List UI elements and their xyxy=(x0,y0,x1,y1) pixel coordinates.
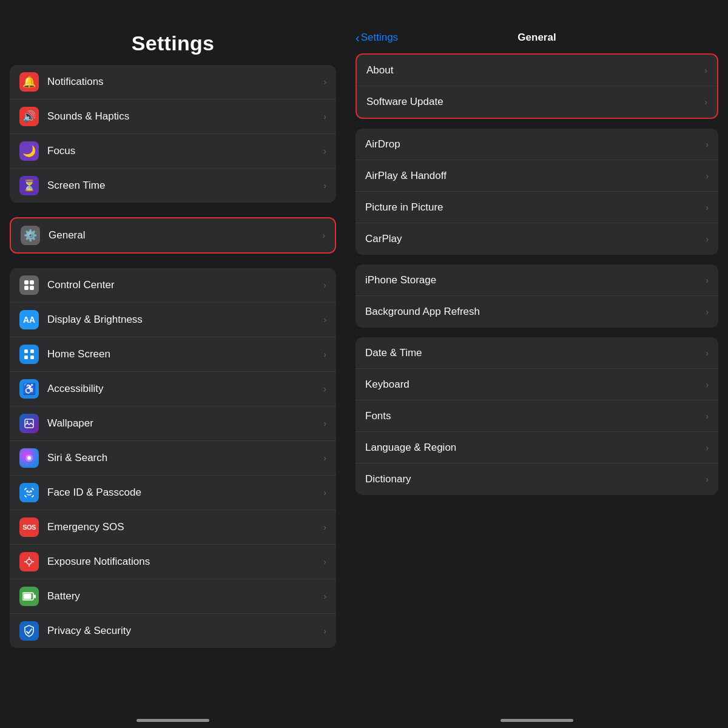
settings-item-controlcenter[interactable]: Control Center › xyxy=(10,268,336,303)
settings-item-sounds[interactable]: 🔊 Sounds & Haptics › xyxy=(10,99,336,134)
right-scroll-area: About › Software Update › AirDrop › AirP… xyxy=(346,53,728,728)
left-phone-panel: Settings 🔔 Notifications › 🔊 Sounds & Ha… xyxy=(0,0,346,728)
languageregion-label: Language & Region xyxy=(365,442,703,454)
exposure-chevron: › xyxy=(323,557,326,567)
home-indicator-right xyxy=(500,719,573,722)
settings-item-exposure[interactable]: Exposure Notifications › xyxy=(10,545,336,579)
settings-item-airdrop[interactable]: AirDrop › xyxy=(356,129,718,160)
settings-item-notifications[interactable]: 🔔 Notifications › xyxy=(10,65,336,99)
display-icon: AA xyxy=(19,310,39,329)
carplay-label: CarPlay xyxy=(365,233,703,245)
keyboard-chevron: › xyxy=(706,380,709,389)
exposure-icon xyxy=(19,552,39,571)
svg-rect-5 xyxy=(30,349,34,353)
svg-point-13 xyxy=(30,491,32,492)
fonts-label: Fonts xyxy=(365,410,703,422)
languageregion-chevron: › xyxy=(706,443,709,453)
general-icon: ⚙️ xyxy=(21,226,40,245)
wallpaper-icon xyxy=(19,414,39,433)
settings-item-fonts[interactable]: Fonts › xyxy=(356,400,718,432)
svg-point-11 xyxy=(27,456,31,460)
settings-item-siri[interactable]: Siri & Search › xyxy=(10,441,336,476)
svg-rect-3 xyxy=(30,286,34,290)
emergencysos-label: Emergency SOS xyxy=(47,521,321,533)
settings-group-1: 🔔 Notifications › 🔊 Sounds & Haptics › 🌙… xyxy=(10,65,336,203)
settings-item-wallpaper[interactable]: Wallpaper › xyxy=(10,406,336,441)
notifications-chevron: › xyxy=(323,77,326,87)
settings-item-languageregion[interactable]: Language & Region › xyxy=(356,432,718,463)
accessibility-label: Accessibility xyxy=(47,383,321,395)
general-title: General xyxy=(358,32,716,44)
settings-item-pictureinpicture[interactable]: Picture in Picture › xyxy=(356,192,718,223)
sounds-chevron: › xyxy=(323,112,326,121)
softwareupdate-chevron: › xyxy=(704,97,707,107)
settings-item-focus[interactable]: 🌙 Focus › xyxy=(10,134,336,169)
settings-item-emergencysos[interactable]: SOS Emergency SOS › xyxy=(10,510,336,545)
back-button[interactable]: ‹ Settings xyxy=(356,31,398,45)
settings-item-homescreen[interactable]: Home Screen › xyxy=(10,337,336,372)
display-chevron: › xyxy=(323,315,326,325)
settings-item-battery[interactable]: Battery › xyxy=(10,579,336,614)
svg-rect-6 xyxy=(24,356,28,359)
about-chevron: › xyxy=(704,66,707,75)
settings-item-general[interactable]: ⚙️ General › xyxy=(11,218,335,252)
controlcenter-chevron: › xyxy=(323,280,326,290)
right-group-2: AirDrop › AirPlay & Handoff › Picture in… xyxy=(356,129,718,255)
settings-item-carplay[interactable]: CarPlay › xyxy=(356,223,718,255)
settings-item-keyboard[interactable]: Keyboard › xyxy=(356,369,718,400)
settings-item-airplay[interactable]: AirPlay & Handoff › xyxy=(356,160,718,192)
siri-chevron: › xyxy=(323,453,326,463)
controlcenter-label: Control Center xyxy=(47,279,321,291)
emergencysos-chevron: › xyxy=(323,522,326,532)
settings-item-display[interactable]: AA Display & Brightness › xyxy=(10,303,336,337)
backgroundapprefresh-chevron: › xyxy=(706,307,709,317)
airplay-chevron: › xyxy=(706,171,709,181)
datetime-label: Date & Time xyxy=(365,347,703,359)
wallpaper-chevron: › xyxy=(323,419,326,428)
airdrop-chevron: › xyxy=(706,140,709,149)
faceid-chevron: › xyxy=(323,488,326,497)
sounds-icon: 🔊 xyxy=(19,107,39,126)
wallpaper-label: Wallpaper xyxy=(47,417,321,430)
battery-icon xyxy=(19,587,39,606)
iphonestorage-label: iPhone Storage xyxy=(365,274,703,286)
settings-item-datetime[interactable]: Date & Time › xyxy=(356,337,718,369)
pictureinpicture-chevron: › xyxy=(706,203,709,212)
back-chevron-icon: ‹ xyxy=(356,31,360,45)
settings-item-backgroundapprefresh[interactable]: Background App Refresh › xyxy=(356,296,718,328)
siri-label: Siri & Search xyxy=(47,452,321,464)
right-group-3: iPhone Storage › Background App Refresh … xyxy=(356,265,718,328)
settings-item-about[interactable]: About › xyxy=(357,55,717,86)
settings-title: Settings xyxy=(132,32,215,55)
settings-item-screentime[interactable]: ⏳ Screen Time › xyxy=(10,169,336,203)
focus-chevron: › xyxy=(323,146,326,156)
exposure-label: Exposure Notifications xyxy=(47,556,321,568)
settings-item-faceid[interactable]: Face ID & Passcode › xyxy=(10,476,336,510)
settings-item-privacy[interactable]: Privacy & Security › xyxy=(10,614,336,648)
screentime-chevron: › xyxy=(323,181,326,190)
svg-rect-1 xyxy=(30,280,34,285)
softwareupdate-label: Software Update xyxy=(366,96,702,108)
svg-rect-0 xyxy=(24,280,29,285)
privacy-label: Privacy & Security xyxy=(47,625,321,637)
svg-rect-4 xyxy=(24,349,28,353)
settings-item-dictionary[interactable]: Dictionary › xyxy=(356,463,718,495)
settings-group-general[interactable]: ⚙️ General › xyxy=(10,217,336,254)
settings-item-accessibility[interactable]: ♿ Accessibility › xyxy=(10,372,336,406)
settings-item-softwareupdate[interactable]: Software Update › xyxy=(357,86,717,118)
airdrop-label: AirDrop xyxy=(365,138,703,150)
general-label: General xyxy=(49,229,320,241)
settings-item-iphonestorage[interactable]: iPhone Storage › xyxy=(356,265,718,296)
svg-point-12 xyxy=(27,491,28,492)
dictionary-label: Dictionary xyxy=(365,473,703,485)
left-scroll-area: 🔔 Notifications › 🔊 Sounds & Haptics › 🌙… xyxy=(0,65,346,728)
svg-rect-7 xyxy=(30,356,34,359)
sounds-label: Sounds & Haptics xyxy=(47,110,321,123)
controlcenter-icon xyxy=(19,275,39,295)
about-group-wrapper: About › Software Update › xyxy=(356,53,718,119)
privacy-chevron: › xyxy=(323,626,326,636)
emergencysos-icon: SOS xyxy=(19,517,39,537)
iphonestorage-chevron: › xyxy=(706,275,709,285)
homescreen-label: Home Screen xyxy=(47,348,321,360)
privacy-icon xyxy=(19,621,39,641)
